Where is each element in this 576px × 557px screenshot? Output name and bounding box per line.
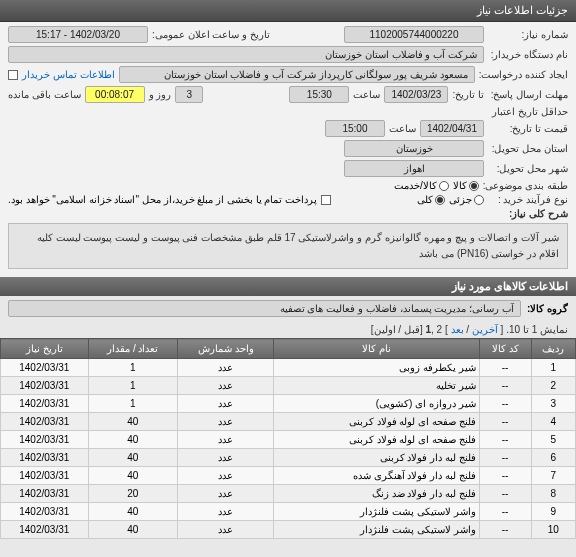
cell-date: 1402/03/31 [1,413,89,431]
cell-unit: عدد [178,449,274,467]
cell-n: 7 [531,467,575,485]
cell-qty: 40 [88,503,177,521]
time-label-1: ساعت [353,89,380,100]
contact-link[interactable]: اطلاعات تماس خریدار [22,69,115,80]
th-date: تاریخ نیاز [1,339,89,359]
table-row[interactable]: 1--شیر یکطرفه زوبیعدد11402/03/31 [1,359,576,377]
panel-header: جزئیات اطلاعات نیاز [0,0,576,22]
validity-time-value: 15:00 [325,120,385,137]
cell-name: فلنج لبه دار فولاد آهنگری شده [274,467,479,485]
summary-title: شرح کلی نیاز: [488,208,568,219]
cell-n: 10 [531,521,575,539]
cell-qty: 40 [88,467,177,485]
need-no-value: 1102005744000220 [344,26,484,43]
table-row[interactable]: 4--فلنج صفحه ای لوله فولاد کربنیعدد40140… [1,413,576,431]
validity-label: حداقل تاریخ اعتبار [488,106,568,117]
cell-code: -- [479,359,531,377]
table-row[interactable]: 10--واشر لاستیکی پشت فلنژدارعدد401402/03… [1,521,576,539]
cell-n: 5 [531,431,575,449]
days-remaining-value: 3 [175,86,203,103]
cell-qty: 40 [88,431,177,449]
contact-icon[interactable] [8,70,18,80]
province-value: خوزستان [344,140,484,157]
table-row[interactable]: 8--فلنج لبه دار فولاد ضد زنگعدد201402/03… [1,485,576,503]
cell-date: 1402/03/31 [1,431,89,449]
deadline-until-label: تا تاریخ: [452,89,484,100]
cell-n: 9 [531,503,575,521]
cell-qty: 20 [88,485,177,503]
cell-name: فلنج صفحه ای لوله فولاد کربنی [274,413,479,431]
cell-date: 1402/03/31 [1,467,89,485]
table-row[interactable]: 6--فلنج لبه دار فولاد کربنیعدد401402/03/… [1,449,576,467]
cell-name: فلنج لبه دار فولاد کربنی [274,449,479,467]
table-row[interactable]: 5--فلنج صفحه ای لوله فولاد کربنیعدد40140… [1,431,576,449]
table-row[interactable]: 7--فلنج لبه دار فولاد آهنگری شدهعدد40140… [1,467,576,485]
cell-name: فلنج لبه دار فولاد ضد زنگ [274,485,479,503]
pagination: نمایش 1 تا 10. [ آخرین / بعد ] 2 ,1 [قبل… [0,321,576,338]
cell-code: -- [479,395,531,413]
note-checkbox-icon[interactable] [321,195,331,205]
radio-goods[interactable]: کالا [453,180,479,191]
cell-qty: 40 [88,449,177,467]
radio-full[interactable]: کلی [417,194,445,205]
group-row: گروه کالا: آب رسانی؛ مدیریت پسماند، فاضل… [0,296,576,321]
cell-unit: عدد [178,431,274,449]
and-label: روز و [149,89,172,100]
cell-code: -- [479,449,531,467]
cell-date: 1402/03/31 [1,449,89,467]
cell-name: شیر دروازه ای (کشویی) [274,395,479,413]
process-label: نوع فرآیند خرید : [488,194,568,205]
cell-unit: عدد [178,521,274,539]
cell-date: 1402/03/31 [1,359,89,377]
cell-qty: 1 [88,377,177,395]
remaining-label: ساعت باقی مانده [8,89,81,100]
buyer-org-label: نام دستگاه خریدار: [488,49,568,60]
creator-value: مسعود شریف پور سولگانی کارپرداز شرکت آب … [119,66,475,83]
radio-dot-icon [439,181,449,191]
table-row[interactable]: 9--واشر لاستیکی پشت فلنژدارعدد401402/03/… [1,503,576,521]
table-row[interactable]: 3--شیر دروازه ای (کشویی)عدد11402/03/31 [1,395,576,413]
th-row: ردیف [531,339,575,359]
summary-box: شیر آلات و اتصالات و پیچ و مهره گالوانیز… [8,223,568,269]
city-label: شهر محل تحویل: [488,163,568,174]
cell-unit: عدد [178,377,274,395]
cell-date: 1402/03/31 [1,485,89,503]
cell-unit: عدد [178,359,274,377]
cell-date: 1402/03/31 [1,395,89,413]
cell-n: 6 [531,449,575,467]
radio-service[interactable]: کالا/خدمت [394,180,449,191]
cell-code: -- [479,503,531,521]
cell-n: 8 [531,485,575,503]
cell-qty: 40 [88,521,177,539]
th-code: کد کالا [479,339,531,359]
table-row[interactable]: 2--شیر تخلیهعدد11402/03/31 [1,377,576,395]
nav-last-link[interactable]: آخرین [472,324,498,335]
countdown-value: 00:08:07 [85,86,145,103]
cell-code: -- [479,521,531,539]
group-label: گروه کالا: [527,303,568,314]
cell-unit: عدد [178,503,274,521]
cell-name: فلنج صفحه ای لوله فولاد کربنی [274,431,479,449]
cell-n: 2 [531,377,575,395]
cell-code: -- [479,377,531,395]
th-name: نام کالا [274,339,479,359]
deadline-time-value: 15:30 [289,86,349,103]
deadline-label: مهلت ارسال پاسخ: [488,89,568,100]
cell-qty: 1 [88,395,177,413]
cell-name: واشر لاستیکی پشت فلنژدار [274,521,479,539]
need-no-label: شماره نیاز: [488,29,568,40]
category-label: طبقه بندی موضوعی: [483,180,568,191]
price-until-label: قیمت تا تاریخ: [488,123,568,134]
cell-date: 1402/03/31 [1,521,89,539]
buyer-org-value: شرکت آب و فاضلاب استان خوزستان [8,46,484,63]
radio-dot-icon [435,195,445,205]
radio-partial[interactable]: جزئی [449,194,484,205]
cell-n: 3 [531,395,575,413]
th-qty: تعداد / مقدار [88,339,177,359]
th-unit: واحد شمارش [178,339,274,359]
cell-qty: 1 [88,359,177,377]
radio-dot-icon [469,181,479,191]
cell-qty: 40 [88,413,177,431]
items-table: ردیف کد کالا نام کالا واحد شمارش تعداد /… [0,338,576,539]
nav-next-link[interactable]: بعد [451,324,464,335]
